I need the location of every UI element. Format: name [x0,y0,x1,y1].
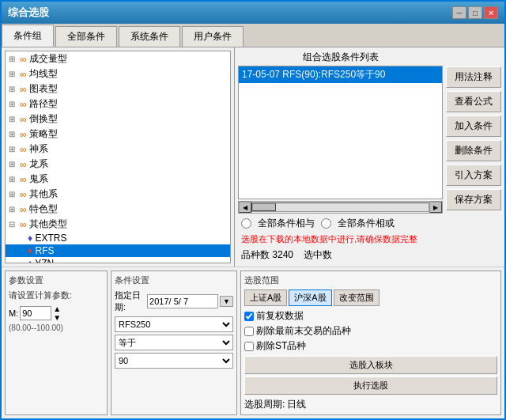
checkbox-remove-st[interactable]: 剔除ST品种 [244,339,497,353]
select-count-label: 选中数 [304,249,332,260]
condition-list-title: 组合选股条件列表 [238,51,443,64]
select-board-button[interactable]: 选股入板块 [244,356,497,374]
scroll-left-btn[interactable]: ◀ [239,202,251,213]
tree-item-qita-xi[interactable]: ⊞∞ 其他系 [6,187,230,202]
tab-system-conditions[interactable]: 系统条件 [119,26,180,47]
params-title: 参数设置 [9,274,104,286]
condition-tree[interactable]: ⊞∞ 成交量型 ⊞∞ 均线型 ⊞∞ 图表型 ⊞∞ 路径型 ⊞∞ 倒换型 ⊞∞ 策… [5,51,231,263]
checkbox-fuquan[interactable]: 前复权数据 [244,309,497,323]
radio-or[interactable] [321,218,331,229]
condition-list-area: 组合选股条件列表 17-05-07 RFS(90):RFS250等于90 ◀ ▶ [238,51,443,263]
fuquan-checkbox[interactable] [244,312,254,321]
tree-item-lujing[interactable]: ⊞∞ 路径型 [6,96,230,112]
title-bar: 综合选股 ─ □ ✕ [2,2,504,24]
tree-item-extrs[interactable]: ♦ EXTRS [6,232,230,244]
tabs-bar: 条件组 全部条件 系统条件 用户条件 [2,24,504,47]
window-title: 综合选股 [8,6,49,20]
stock-count-row: 品种数 3240 选中数 [238,247,443,263]
close-button[interactable]: ✕ [484,6,498,19]
add-button[interactable]: 加入条件 [446,115,501,137]
change-range-button[interactable]: 改变范围 [334,289,380,306]
right-panel: 组合选股条件列表 17-05-07 RFS(90):RFS250等于90 ◀ ▶ [235,47,504,267]
radio-and-label: 全部条件相与 [258,217,315,230]
remove-button[interactable]: 删除条件 [446,140,501,161]
main-content: ⊞∞ 成交量型 ⊞∞ 均线型 ⊞∞ 图表型 ⊞∞ 路径型 ⊞∞ 倒换型 ⊞∞ 策… [2,47,504,267]
remove-st-checkbox[interactable] [244,342,254,351]
radio-or-label: 全部条件相或 [338,217,395,230]
combo-value-select[interactable]: 90 [115,353,233,369]
param-m-input[interactable] [20,306,51,320]
exec-btns: 选股入板块 执行选股 [244,356,497,395]
tree-item-rfs[interactable]: ♦ RFS [6,244,230,257]
date-dropdown-icon[interactable]: ▼ [220,296,233,307]
combo-operator-select[interactable]: 等于 大于 小于 大于等于 小于等于 [115,335,233,350]
tab-user-conditions[interactable]: 用户条件 [182,26,244,47]
remove-st-label: 剔除ST品种 [256,339,306,353]
horizontal-scrollbar[interactable]: ◀ ▶ [238,201,443,214]
remove-last-label: 剔除最前末交易的品种 [256,324,351,338]
bottom-panel: 参数设置 请设置计算参数: M: ▲▼ (80.00--100.00) 条件设置… [2,267,504,418]
save-button[interactable]: 保存方案 [446,189,501,210]
period-value: 日线 [287,399,306,410]
combo-rfs-select[interactable]: RFS250 [115,316,233,332]
tab-all-conditions[interactable]: 全部条件 [55,26,117,47]
window-controls: ─ □ ✕ [452,6,498,19]
import-button[interactable]: 引入方案 [446,165,501,186]
remove-last-checkbox[interactable] [244,327,254,336]
date-input[interactable] [147,294,218,308]
market-btns: 上证A股 沪深A股 改变范围 [244,289,497,306]
cond-settings-section: 条件设置 指定日期: ▼ RFS250 等于 大于 小于 大于等于 小于等于 [111,271,237,415]
market-btn-shanghai[interactable]: 上证A股 [244,289,287,306]
combo-row-3: 90 [115,353,233,369]
comment-button[interactable]: 用法注释 [446,66,501,88]
tree-item-tese[interactable]: ⊞∞ 特色型 [6,202,230,217]
date-label: 指定日期: [115,289,145,313]
maximize-button[interactable]: □ [468,6,482,19]
tree-item-shen[interactable]: ⊞∞ 神系 [6,142,230,157]
condition-list[interactable]: 17-05-07 RFS(90):RFS250等于90 [238,66,443,199]
tree-item-celue[interactable]: ⊞∞ 策略型 [6,127,230,142]
scroll-right-btn[interactable]: ▶ [429,202,442,213]
minimize-button[interactable]: ─ [452,6,466,19]
right-top: 组合选股条件列表 17-05-07 RFS(90):RFS250等于90 ◀ ▶ [238,51,501,263]
scroll-thumb[interactable] [252,203,276,211]
checkbox-group: 前复权数据 剔除最前末交易的品种 剔除ST品种 [244,309,497,353]
condition-radio-group: 全部条件相与 全部条件相或 [238,215,443,232]
combo-row-2: 等于 大于 小于 大于等于 小于等于 [115,335,233,350]
fuquan-label: 前复权数据 [256,309,304,323]
stock-count-label: 品种数 [241,249,270,260]
tree-item-chengjiaoliang[interactable]: ⊞∞ 成交量型 [6,51,230,66]
tree-item-gui[interactable]: ⊞∞ 鬼系 [6,172,230,187]
main-window: 综合选股 ─ □ ✕ 条件组 全部条件 系统条件 用户条件 ⊞∞ 成交量型 ⊞∞… [0,0,506,420]
left-panel: ⊞∞ 成交量型 ⊞∞ 均线型 ⊞∞ 图表型 ⊞∞ 路径型 ⊞∞ 倒换型 ⊞∞ 策… [2,47,235,267]
params-section: 参数设置 请设置计算参数: M: ▲▼ (80.00--100.00) [5,271,108,415]
market-btn-hushen[interactable]: 沪深A股 [289,289,331,306]
tree-item-qita-type[interactable]: ⊟∞ 其他类型 [6,217,230,232]
params-description: 请设置计算参数: [9,289,104,301]
tab-condition-group[interactable]: 条件组 [2,25,54,47]
stock-count-value: 3240 [272,249,293,260]
select-period: 选股周期: 日线 [244,398,497,411]
scroll-track[interactable] [251,202,429,212]
date-row: 指定日期: ▼ [115,289,233,313]
param-range: (80.00--100.00) [9,324,104,332]
cond-settings-title: 条件设置 [115,274,233,286]
stock-range-title: 选股范围 [244,274,497,286]
tree-item-junxian[interactable]: ⊞∞ 均线型 [6,66,230,81]
tree-item-daohuan[interactable]: ⊞∞ 倒换型 [6,112,230,127]
tree-item-tuzhi[interactable]: ⊞∞ 图表型 [6,81,230,96]
action-buttons: 用法注释 查看公式 加入条件 删除条件 引入方案 保存方案 [446,51,501,263]
warning-text: 选股在下载的本地数据中进行,请确保数据完整 [238,232,443,247]
combo-row-1: RFS250 [115,316,233,332]
tree-item-long[interactable]: ⊞∞ 龙系 [6,157,230,172]
condition-list-item[interactable]: 17-05-07 RFS(90):RFS250等于90 [239,66,442,83]
tree-item-yzn[interactable]: ♦ YZN [6,257,230,263]
period-label: 选股周期: [244,399,285,410]
stock-range-section: 选股范围 上证A股 沪深A股 改变范围 前复权数据 剔除最前末交易的品种 剔除S… [240,271,501,415]
formula-button[interactable]: 查看公式 [446,91,501,112]
radio-and[interactable] [241,218,251,229]
execute-button[interactable]: 执行选股 [244,376,497,395]
checkbox-remove-last[interactable]: 剔除最前末交易的品种 [244,324,497,338]
param-m-label: M: [9,308,18,318]
param-row: M: ▲▼ [9,305,104,322]
